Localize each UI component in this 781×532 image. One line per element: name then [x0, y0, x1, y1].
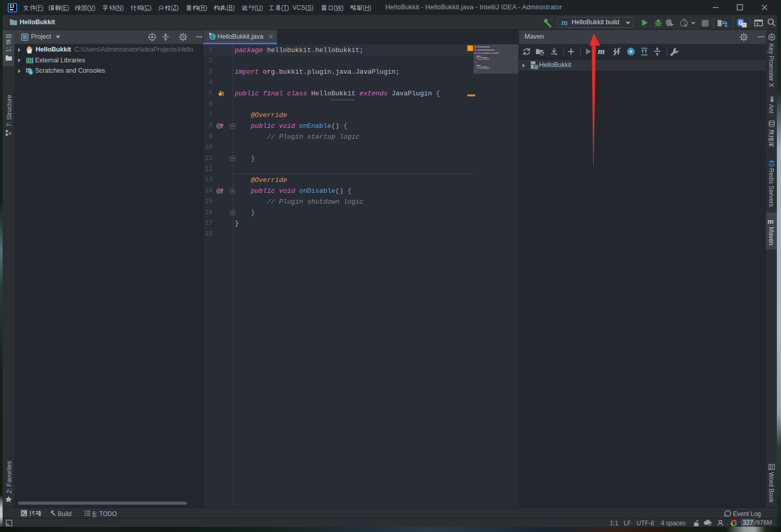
svg-text:m: m	[534, 65, 539, 70]
svg-text:C: C	[211, 35, 214, 40]
